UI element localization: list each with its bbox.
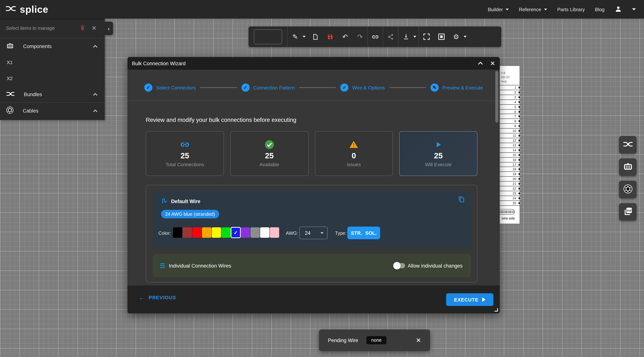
app-root: 3-8 HD-20 recp. 123456789101112131415161… <box>0 0 644 357</box>
step-preview-execute[interactable]: ✎Preview & Execute <box>430 84 483 92</box>
toolbar-input[interactable] <box>254 29 282 44</box>
individual-wires-card: Individual Connection Wires Allow indivi… <box>153 254 471 278</box>
toolbar-divider <box>398 26 398 47</box>
nav-reference[interactable]: Reference <box>519 6 547 12</box>
sidebar-section-components[interactable]: Components <box>0 38 105 54</box>
step-select-connectors[interactable]: ✓Select Connectors <box>144 84 196 92</box>
color-swatch-7[interactable] <box>241 227 250 238</box>
face-dot <box>512 210 513 212</box>
file-icon[interactable] <box>311 32 320 41</box>
connector-preview[interactable]: 3-8 HD-20 recp. 123456789101112131415161… <box>500 66 520 224</box>
pin-number: 13 <box>513 144 516 147</box>
connector-tool-button[interactable] <box>619 158 636 176</box>
color-swatch-6[interactable]: ✓ <box>231 227 240 238</box>
modal-title-bar[interactable]: Bulk Connection Wizard ✕ <box>128 57 500 70</box>
pin-number: 4 <box>514 100 516 104</box>
color-swatch-8[interactable] <box>250 227 260 238</box>
pin-number: 20 <box>513 177 516 181</box>
nav-parts-library[interactable]: Parts Library <box>557 6 585 12</box>
color-swatch-10[interactable] <box>270 227 279 238</box>
link-icon[interactable] <box>371 32 380 41</box>
default-wire-card: Default Wire 24 AWG blue (stranded) Colo… <box>153 190 471 248</box>
stat-value: 25 <box>180 152 189 160</box>
pin-row-10: 10 <box>500 128 520 134</box>
pin-dot <box>518 149 521 152</box>
modal-title: Bulk Connection Wizard <box>132 60 186 66</box>
sidebar-item-x2[interactable]: X2 <box>0 70 105 86</box>
chevron-up-icon[interactable] <box>93 93 98 97</box>
minimize-chevron-icon[interactable] <box>478 62 483 66</box>
resize-handle[interactable] <box>494 308 498 312</box>
save-icon[interactable] <box>326 32 334 41</box>
app-logo[interactable]: splice <box>5 4 48 14</box>
face-dot <box>505 212 506 213</box>
step-wire-options[interactable]: ✓Wire & Options <box>340 84 385 92</box>
stat-card-available: 25Available <box>230 131 308 176</box>
wire-type-toggle[interactable]: STR. SOL. <box>347 226 380 239</box>
edit-caret-icon[interactable] <box>302 36 306 38</box>
type-option-stranded[interactable]: STR. <box>351 230 362 236</box>
download-icon[interactable] <box>402 32 410 41</box>
account-caret-icon[interactable] <box>632 8 636 10</box>
trash-icon[interactable] <box>79 24 86 32</box>
sidebar-collapse-button[interactable]: ‹ <box>105 22 113 35</box>
face-dot <box>501 212 502 213</box>
pin-number: 25 <box>513 201 516 205</box>
allow-changes-toggle[interactable] <box>394 263 405 268</box>
execute-button[interactable]: EXECUTE <box>446 293 494 306</box>
nav-blog[interactable]: Blog <box>595 6 604 12</box>
toast-close-icon[interactable]: ✕ <box>416 337 421 344</box>
chevron-up-icon[interactable] <box>93 45 98 49</box>
chevron-up-icon[interactable] <box>93 109 98 114</box>
splice-tool-button[interactable] <box>619 136 636 154</box>
color-swatch-5[interactable] <box>222 227 231 238</box>
share-icon[interactable] <box>386 32 395 41</box>
pin-row-20: 20 <box>500 177 520 182</box>
pdf-export-button[interactable]: PDF <box>619 203 636 220</box>
cable-icon <box>623 184 633 195</box>
pin-row-7: 7 <box>500 114 520 119</box>
chevron-down-icon <box>544 8 547 10</box>
type-option-solid[interactable]: SOL. <box>365 230 376 236</box>
undo-icon[interactable]: ↶ <box>341 32 349 41</box>
previous-button[interactable]: ← PREVIOUS <box>139 294 176 301</box>
face-dot <box>512 212 513 213</box>
pin-dot <box>518 197 521 200</box>
allow-changes-label: Allow individual changes <box>408 254 462 278</box>
edit-icon[interactable]: ✎ <box>291 32 299 41</box>
wire-side-label: wire side <box>502 216 515 220</box>
fit-screen-icon[interactable] <box>437 32 445 41</box>
step-connection-pattern[interactable]: ✓Connection Pattern <box>241 84 295 92</box>
color-swatch-9[interactable] <box>260 227 270 238</box>
sidebar-section-cables[interactable]: Cables <box>0 103 105 119</box>
stat-card-issues: 0Issues <box>315 131 393 176</box>
settings-icon[interactable]: ⚙ <box>452 32 460 41</box>
color-swatch-1[interactable] <box>182 227 192 238</box>
color-swatch-0[interactable] <box>173 227 182 238</box>
sidebar-item-x1[interactable]: X1 <box>0 54 105 70</box>
account-menu[interactable] <box>614 5 622 14</box>
wire-spec-chip[interactable]: 24 AWG blue (stranded) <box>161 210 219 218</box>
modal-scrollbar[interactable] <box>495 71 498 122</box>
copy-icon[interactable] <box>458 196 465 204</box>
cable-tool-button[interactable] <box>619 181 636 198</box>
face-dot-row <box>499 212 514 213</box>
settings-caret-icon[interactable] <box>464 36 466 38</box>
download-caret-icon[interactable] <box>413 36 416 38</box>
pin-number: 2 <box>514 90 516 94</box>
sidebar-section-bundles[interactable]: Bundles <box>0 86 105 102</box>
redo-icon[interactable]: ↷ <box>356 32 364 41</box>
select-area-icon[interactable] <box>422 32 430 41</box>
nav-builder[interactable]: Builder <box>488 6 509 12</box>
edit-step-icon: ✎ <box>430 84 439 92</box>
wizard-footer: ← PREVIOUS EXECUTE <box>128 286 500 314</box>
color-swatch-2[interactable] <box>192 227 202 238</box>
color-swatch-3[interactable] <box>202 227 211 238</box>
pin-number: 19 <box>513 172 516 176</box>
modal-close-icon[interactable]: ✕ <box>490 60 496 66</box>
face-dot <box>502 212 503 213</box>
awg-select[interactable]: 24 <box>299 226 328 239</box>
close-icon[interactable]: ✕ <box>92 25 96 31</box>
pin-number: 6 <box>514 110 516 114</box>
color-swatch-4[interactable] <box>212 227 221 238</box>
